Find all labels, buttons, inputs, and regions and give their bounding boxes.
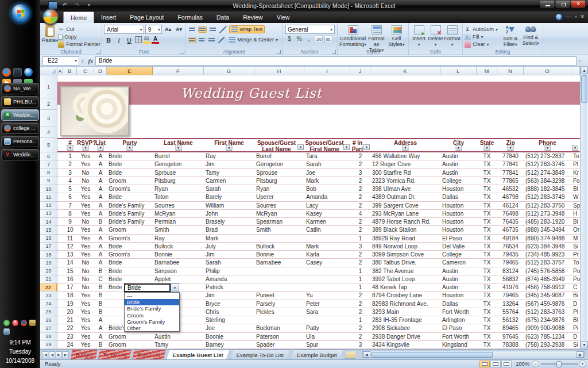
cell-party[interactable]: Bride bbox=[107, 243, 153, 250]
cell-city[interactable]: Dallas bbox=[440, 300, 477, 308]
cell-first[interactable]: Joe bbox=[204, 324, 254, 332]
cell-list[interactable]: A bbox=[94, 202, 107, 209]
cell-nin[interactable]: 4 bbox=[350, 210, 370, 217]
scroll-down-icon[interactable]: ▼ bbox=[581, 341, 588, 348]
vertical-scrollbar[interactable]: ▲ ▼ bbox=[580, 67, 587, 349]
font-name-select[interactable]: Arial bbox=[104, 25, 144, 34]
close-button[interactable]: ✕ bbox=[571, 0, 586, 8]
cell-party[interactable]: Bride bbox=[107, 259, 153, 266]
ribbon-tab-view[interactable]: View bbox=[270, 12, 297, 23]
cell-phone[interactable]: (512) 283-3745 bbox=[524, 160, 571, 168]
shrink-font-button[interactable]: A▾ bbox=[174, 26, 184, 33]
row-header[interactable]: 24 bbox=[40, 300, 57, 308]
cell-phone[interactable]: (345) 345-9087 bbox=[524, 292, 571, 299]
borders-icon[interactable] bbox=[135, 36, 142, 43]
scroll-up-icon[interactable]: ▲ bbox=[581, 67, 588, 74]
cell-zip[interactable]: 55764 bbox=[497, 308, 524, 316]
cell-city[interactable]: Austin bbox=[440, 283, 477, 291]
cell-list[interactable]: B bbox=[94, 283, 107, 291]
cell-last[interactable]: Toton bbox=[153, 193, 204, 201]
cell-city[interactable]: Austin bbox=[440, 169, 477, 177]
workbook-restore-icon[interactable]: ▫ bbox=[575, 13, 577, 21]
cell-n[interactable]: 6 bbox=[63, 193, 77, 201]
cell-n[interactable]: 18 bbox=[63, 292, 77, 299]
cell-nin[interactable]: 2 bbox=[350, 324, 370, 332]
filter-button[interactable] bbox=[98, 145, 104, 151]
filter-button[interactable] bbox=[127, 145, 133, 151]
ie-icon[interactable] bbox=[24, 68, 33, 76]
row-header[interactable]: 17 bbox=[40, 243, 57, 251]
cell-list[interactable]: A bbox=[94, 251, 107, 258]
cell-extra[interactable]: H bbox=[571, 210, 580, 217]
orientation-icon[interactable] bbox=[219, 26, 227, 33]
cell-spfirst[interactable]: Joe bbox=[304, 169, 350, 177]
filter-button[interactable] bbox=[175, 145, 181, 151]
cell-splast[interactable]: Buckman bbox=[254, 324, 304, 332]
cell-state[interactable]: TX bbox=[477, 333, 497, 340]
cell-extra[interactable]: D bbox=[571, 300, 580, 308]
cell-nin[interactable]: 2 bbox=[350, 202, 370, 209]
cell-city[interactable]: Austin bbox=[440, 160, 477, 168]
zoom-slider-thumb[interactable] bbox=[556, 361, 562, 367]
cell-extra[interactable]: To bbox=[571, 152, 580, 160]
dropdown-option[interactable]: Bride's Family bbox=[125, 305, 179, 312]
cell-addr[interactable]: 38929 Ray Road bbox=[370, 235, 440, 242]
cell-state[interactable]: TX bbox=[477, 341, 497, 348]
cell-n[interactable]: 16 bbox=[63, 275, 77, 283]
cell-spfirst[interactable]: Sara bbox=[304, 308, 350, 316]
row-header[interactable]: 7 bbox=[40, 160, 57, 168]
cell-nin[interactable]: 2 bbox=[350, 251, 370, 258]
cell-rsvp[interactable]: No bbox=[77, 169, 94, 177]
cell-city[interactable]: College bbox=[440, 251, 477, 258]
cell-city[interactable]: Dallas bbox=[440, 193, 477, 201]
dropdown-option[interactable]: Groom bbox=[125, 312, 179, 319]
dropdown-option[interactable]: --- bbox=[125, 293, 179, 299]
row-header[interactable]: 22 bbox=[40, 283, 57, 292]
insert-worksheet-tab[interactable] bbox=[345, 351, 357, 359]
cell-state[interactable]: TX bbox=[477, 160, 497, 168]
cell-party[interactable]: Bride bbox=[107, 152, 153, 160]
align-center-icon[interactable] bbox=[198, 37, 206, 43]
cell-list[interactable]: A bbox=[94, 243, 107, 250]
cell-splast[interactable]: Parsely bbox=[254, 300, 304, 308]
cell-state[interactable]: TX bbox=[477, 324, 497, 332]
filter-button[interactable] bbox=[67, 145, 74, 151]
cell-zip[interactable]: 76435 bbox=[497, 218, 524, 225]
decrease-decimal-icon[interactable]: 00. bbox=[324, 35, 332, 43]
active-cell-dropdown[interactable]: Bride bbox=[124, 283, 171, 292]
paste-button[interactable]: Paste bbox=[42, 24, 58, 48]
cell-addr[interactable]: 849 Norwod Loop bbox=[370, 243, 440, 250]
cell-state[interactable]: TX bbox=[477, 210, 497, 217]
cell-first[interactable]: Mark bbox=[204, 235, 254, 242]
taskbar-button[interactable]: Weddin... bbox=[1, 109, 39, 121]
cell-rsvp[interactable]: Yes bbox=[77, 333, 94, 340]
cell-n[interactable]: 9 bbox=[63, 218, 77, 225]
cell-city[interactable]: Fort Worth bbox=[440, 308, 477, 316]
cell-city[interactable]: Austin bbox=[440, 267, 477, 275]
cell-splast[interactable]: Bonnie bbox=[254, 251, 304, 258]
security-alert-icon[interactable] bbox=[12, 320, 18, 326]
cell-party[interactable]: Bride bbox=[107, 160, 153, 168]
firefox-tray-icon[interactable] bbox=[21, 320, 27, 326]
cell-n[interactable]: 15 bbox=[63, 267, 77, 275]
cell-zip[interactable]: 79435 bbox=[497, 251, 524, 258]
cell-phone[interactable]: (456) 758-9912 bbox=[524, 283, 571, 291]
align-bottom-icon[interactable] bbox=[208, 26, 217, 33]
insert-cells-button[interactable]: Insert bbox=[411, 24, 427, 48]
start-button[interactable] bbox=[11, 3, 30, 23]
column-header-L[interactable]: L bbox=[440, 67, 477, 75]
currency-button[interactable]: $ bbox=[285, 35, 293, 43]
cell-addr[interactable]: 4389 Outman Dr. bbox=[370, 193, 440, 201]
cell-extra[interactable]: Fo bbox=[571, 177, 580, 185]
cell-rsvp[interactable]: Yes bbox=[77, 210, 94, 217]
cell-city[interactable]: Houston bbox=[440, 185, 477, 193]
cell-a[interactable] bbox=[57, 193, 63, 201]
autosum-button[interactable]: AutoSum bbox=[465, 26, 500, 33]
merge-center-button[interactable]: Merge & Center bbox=[227, 36, 280, 44]
cell-state[interactable]: TX bbox=[477, 193, 497, 201]
dropdown-arrow-button[interactable] bbox=[171, 283, 179, 292]
cell-first[interactable]: Sarah bbox=[204, 185, 254, 193]
cell-first[interactable]: Jim bbox=[204, 160, 254, 168]
cell-phone[interactable]: (567) 459-9876 bbox=[524, 300, 571, 308]
cell-extra[interactable]: To bbox=[571, 259, 580, 266]
